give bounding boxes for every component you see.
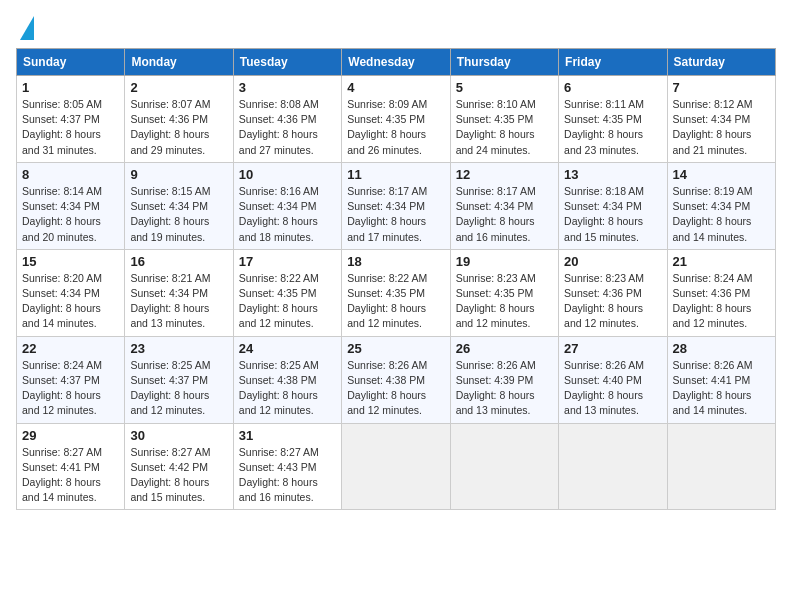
day-info: Sunrise: 8:27 AM Sunset: 4:41 PM Dayligh… — [22, 445, 119, 506]
day-number: 16 — [130, 254, 227, 269]
calendar-cell: 12 Sunrise: 8:17 AM Sunset: 4:34 PM Dayl… — [450, 162, 558, 249]
day-info: Sunrise: 8:20 AM Sunset: 4:34 PM Dayligh… — [22, 271, 119, 332]
day-number: 12 — [456, 167, 553, 182]
day-number: 25 — [347, 341, 444, 356]
calendar-week-1: 1 Sunrise: 8:05 AM Sunset: 4:37 PM Dayli… — [17, 76, 776, 163]
day-info: Sunrise: 8:23 AM Sunset: 4:36 PM Dayligh… — [564, 271, 661, 332]
day-info: Sunrise: 8:22 AM Sunset: 4:35 PM Dayligh… — [239, 271, 336, 332]
day-info: Sunrise: 8:26 AM Sunset: 4:38 PM Dayligh… — [347, 358, 444, 419]
calendar-cell: 16 Sunrise: 8:21 AM Sunset: 4:34 PM Dayl… — [125, 249, 233, 336]
calendar-cell: 9 Sunrise: 8:15 AM Sunset: 4:34 PM Dayli… — [125, 162, 233, 249]
calendar-week-4: 22 Sunrise: 8:24 AM Sunset: 4:37 PM Dayl… — [17, 336, 776, 423]
day-number: 22 — [22, 341, 119, 356]
calendar-cell: 24 Sunrise: 8:25 AM Sunset: 4:38 PM Dayl… — [233, 336, 341, 423]
day-number: 9 — [130, 167, 227, 182]
weekday-header-wednesday: Wednesday — [342, 49, 450, 76]
day-number: 6 — [564, 80, 661, 95]
calendar-cell — [450, 423, 558, 510]
day-number: 11 — [347, 167, 444, 182]
calendar-cell: 13 Sunrise: 8:18 AM Sunset: 4:34 PM Dayl… — [559, 162, 667, 249]
calendar-cell: 29 Sunrise: 8:27 AM Sunset: 4:41 PM Dayl… — [17, 423, 125, 510]
page-header — [16, 16, 776, 40]
day-info: Sunrise: 8:26 AM Sunset: 4:40 PM Dayligh… — [564, 358, 661, 419]
day-info: Sunrise: 8:17 AM Sunset: 4:34 PM Dayligh… — [347, 184, 444, 245]
day-info: Sunrise: 8:19 AM Sunset: 4:34 PM Dayligh… — [673, 184, 770, 245]
day-info: Sunrise: 8:22 AM Sunset: 4:35 PM Dayligh… — [347, 271, 444, 332]
calendar-cell: 22 Sunrise: 8:24 AM Sunset: 4:37 PM Dayl… — [17, 336, 125, 423]
calendar-cell: 23 Sunrise: 8:25 AM Sunset: 4:37 PM Dayl… — [125, 336, 233, 423]
day-info: Sunrise: 8:17 AM Sunset: 4:34 PM Dayligh… — [456, 184, 553, 245]
calendar-cell: 5 Sunrise: 8:10 AM Sunset: 4:35 PM Dayli… — [450, 76, 558, 163]
calendar-cell: 3 Sunrise: 8:08 AM Sunset: 4:36 PM Dayli… — [233, 76, 341, 163]
calendar-cell — [559, 423, 667, 510]
day-number: 23 — [130, 341, 227, 356]
calendar-cell: 31 Sunrise: 8:27 AM Sunset: 4:43 PM Dayl… — [233, 423, 341, 510]
day-number: 21 — [673, 254, 770, 269]
calendar-cell: 18 Sunrise: 8:22 AM Sunset: 4:35 PM Dayl… — [342, 249, 450, 336]
day-number: 17 — [239, 254, 336, 269]
day-info: Sunrise: 8:05 AM Sunset: 4:37 PM Dayligh… — [22, 97, 119, 158]
day-number: 18 — [347, 254, 444, 269]
day-info: Sunrise: 8:26 AM Sunset: 4:41 PM Dayligh… — [673, 358, 770, 419]
calendar-cell: 30 Sunrise: 8:27 AM Sunset: 4:42 PM Dayl… — [125, 423, 233, 510]
day-info: Sunrise: 8:16 AM Sunset: 4:34 PM Dayligh… — [239, 184, 336, 245]
day-number: 24 — [239, 341, 336, 356]
day-number: 1 — [22, 80, 119, 95]
weekday-header-tuesday: Tuesday — [233, 49, 341, 76]
day-number: 10 — [239, 167, 336, 182]
day-info: Sunrise: 8:15 AM Sunset: 4:34 PM Dayligh… — [130, 184, 227, 245]
day-number: 27 — [564, 341, 661, 356]
calendar-cell: 27 Sunrise: 8:26 AM Sunset: 4:40 PM Dayl… — [559, 336, 667, 423]
calendar-cell: 25 Sunrise: 8:26 AM Sunset: 4:38 PM Dayl… — [342, 336, 450, 423]
day-number: 5 — [456, 80, 553, 95]
calendar-cell: 19 Sunrise: 8:23 AM Sunset: 4:35 PM Dayl… — [450, 249, 558, 336]
calendar-week-5: 29 Sunrise: 8:27 AM Sunset: 4:41 PM Dayl… — [17, 423, 776, 510]
calendar-cell: 10 Sunrise: 8:16 AM Sunset: 4:34 PM Dayl… — [233, 162, 341, 249]
day-number: 13 — [564, 167, 661, 182]
calendar-cell: 8 Sunrise: 8:14 AM Sunset: 4:34 PM Dayli… — [17, 162, 125, 249]
calendar-cell: 2 Sunrise: 8:07 AM Sunset: 4:36 PM Dayli… — [125, 76, 233, 163]
day-info: Sunrise: 8:11 AM Sunset: 4:35 PM Dayligh… — [564, 97, 661, 158]
day-info: Sunrise: 8:08 AM Sunset: 4:36 PM Dayligh… — [239, 97, 336, 158]
calendar-cell: 14 Sunrise: 8:19 AM Sunset: 4:34 PM Dayl… — [667, 162, 775, 249]
calendar-cell: 7 Sunrise: 8:12 AM Sunset: 4:34 PM Dayli… — [667, 76, 775, 163]
calendar-cell: 4 Sunrise: 8:09 AM Sunset: 4:35 PM Dayli… — [342, 76, 450, 163]
day-info: Sunrise: 8:25 AM Sunset: 4:38 PM Dayligh… — [239, 358, 336, 419]
calendar-cell: 26 Sunrise: 8:26 AM Sunset: 4:39 PM Dayl… — [450, 336, 558, 423]
calendar-table: SundayMondayTuesdayWednesdayThursdayFrid… — [16, 48, 776, 510]
calendar-cell: 21 Sunrise: 8:24 AM Sunset: 4:36 PM Dayl… — [667, 249, 775, 336]
calendar-cell: 17 Sunrise: 8:22 AM Sunset: 4:35 PM Dayl… — [233, 249, 341, 336]
calendar-cell: 20 Sunrise: 8:23 AM Sunset: 4:36 PM Dayl… — [559, 249, 667, 336]
calendar-week-3: 15 Sunrise: 8:20 AM Sunset: 4:34 PM Dayl… — [17, 249, 776, 336]
day-info: Sunrise: 8:10 AM Sunset: 4:35 PM Dayligh… — [456, 97, 553, 158]
weekday-header-saturday: Saturday — [667, 49, 775, 76]
day-number: 31 — [239, 428, 336, 443]
day-number: 30 — [130, 428, 227, 443]
day-info: Sunrise: 8:14 AM Sunset: 4:34 PM Dayligh… — [22, 184, 119, 245]
day-number: 26 — [456, 341, 553, 356]
day-info: Sunrise: 8:12 AM Sunset: 4:34 PM Dayligh… — [673, 97, 770, 158]
day-info: Sunrise: 8:07 AM Sunset: 4:36 PM Dayligh… — [130, 97, 227, 158]
logo — [16, 16, 36, 40]
calendar-cell: 6 Sunrise: 8:11 AM Sunset: 4:35 PM Dayli… — [559, 76, 667, 163]
day-info: Sunrise: 8:24 AM Sunset: 4:36 PM Dayligh… — [673, 271, 770, 332]
day-info: Sunrise: 8:27 AM Sunset: 4:43 PM Dayligh… — [239, 445, 336, 506]
weekday-header-sunday: Sunday — [17, 49, 125, 76]
day-info: Sunrise: 8:26 AM Sunset: 4:39 PM Dayligh… — [456, 358, 553, 419]
calendar-cell — [667, 423, 775, 510]
calendar-cell: 1 Sunrise: 8:05 AM Sunset: 4:37 PM Dayli… — [17, 76, 125, 163]
day-number: 2 — [130, 80, 227, 95]
day-number: 14 — [673, 167, 770, 182]
day-number: 7 — [673, 80, 770, 95]
day-info: Sunrise: 8:27 AM Sunset: 4:42 PM Dayligh… — [130, 445, 227, 506]
day-number: 8 — [22, 167, 119, 182]
day-info: Sunrise: 8:21 AM Sunset: 4:34 PM Dayligh… — [130, 271, 227, 332]
day-info: Sunrise: 8:24 AM Sunset: 4:37 PM Dayligh… — [22, 358, 119, 419]
day-number: 19 — [456, 254, 553, 269]
calendar-cell: 11 Sunrise: 8:17 AM Sunset: 4:34 PM Dayl… — [342, 162, 450, 249]
weekday-header-monday: Monday — [125, 49, 233, 76]
calendar-week-2: 8 Sunrise: 8:14 AM Sunset: 4:34 PM Dayli… — [17, 162, 776, 249]
day-info: Sunrise: 8:25 AM Sunset: 4:37 PM Dayligh… — [130, 358, 227, 419]
logo-triangle-icon — [20, 16, 34, 40]
weekday-header-thursday: Thursday — [450, 49, 558, 76]
